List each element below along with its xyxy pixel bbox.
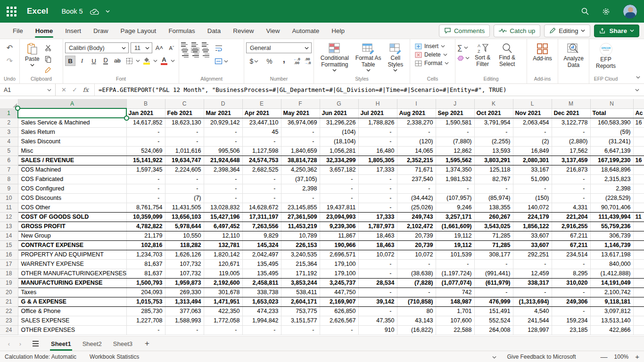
cell-J20[interactable]: 742 [436,288,474,297]
cell-G17[interactable]: 179,100 [320,259,358,269]
comments-button[interactable]: Comments [439,25,490,37]
cell-L23[interactable]: 241,544 [513,316,552,325]
cell-L11[interactable]: 140,072 [513,203,552,212]
row-header-16[interactable]: 16 [0,250,18,259]
cell-E18[interactable]: 135,495 [242,269,281,278]
cell-E17[interactable]: 135,495 [242,259,281,269]
row-header-1[interactable]: 1 [0,108,18,118]
row-header-9[interactable]: 9 [0,184,18,193]
cell-L18[interactable]: 12,459 [513,269,552,278]
cell-I9[interactable]: - [397,184,436,193]
cell-M6[interactable]: 3,137,459 [552,156,590,165]
cell-E12[interactable]: 17,311,197 [242,212,281,222]
cell-E4[interactable]: - [242,137,281,146]
cell-L20[interactable]: - [513,288,552,297]
cell-C6[interactable]: 19,634,747 [165,156,204,165]
cell-D23[interactable]: 1,772,058 [204,316,242,325]
cell-E10[interactable]: - [242,193,281,203]
cell-L2[interactable]: 2,063,454 [513,118,552,127]
cell-F21[interactable]: 2,604,171 [281,297,320,306]
cell-N22[interactable]: 3,097,812 [590,306,633,316]
cell-H5[interactable]: 16,480 [358,146,397,156]
cell-I18[interactable]: (38,638) [397,269,436,278]
column-header-d[interactable]: D [204,99,242,108]
cell-E19[interactable]: 2,458,811 [242,278,281,288]
cell-L6[interactable]: 2,080,301 [513,156,552,165]
cell-K6[interactable]: 3,803,291 [474,156,513,165]
font-name-select[interactable]: Calibri (Body) [65,42,129,53]
cell-B7[interactable]: 1,597,345 [126,165,165,174]
cell-I24[interactable]: (16,822) [397,325,436,335]
cell-M4[interactable]: (2,880) [552,137,590,146]
column-header-g[interactable]: G [320,99,358,108]
cell-B5[interactable]: 524,069 [126,146,165,156]
percent-format-icon[interactable]: % [264,56,275,66]
cell-I23[interactable]: 43,143 [397,316,436,325]
cell-K5[interactable]: 13,593 [474,146,513,156]
cell-A20[interactable]: Taxes [18,288,126,297]
cell-J10[interactable]: (107,957) [436,193,474,203]
copy-icon[interactable] [43,54,54,64]
cell-L4[interactable]: (2) [513,137,552,146]
cell-C15[interactable]: 118,282 [165,240,204,250]
cell-O3[interactable] [633,127,644,137]
cell-M5[interactable]: 17,562 [552,146,590,156]
cell-B3[interactable]: - [126,127,165,137]
cell-J13[interactable]: (1,661,609) [436,222,474,231]
cell-G15[interactable]: 190,966 [320,240,358,250]
cell-K14[interactable]: 71,285 [474,231,513,240]
analyze-data-button[interactable]: Analyze Data [560,41,587,70]
user-avatar[interactable] [623,4,637,19]
cell-K7[interactable]: 125,118 [474,165,513,174]
menu-tab-review[interactable]: Review [227,23,260,39]
cell-M3[interactable]: - [552,127,590,137]
cell-M20[interactable]: - [552,288,590,297]
cell-H22[interactable]: - [358,306,397,316]
cell-C20[interactable]: 269,330 [165,288,204,297]
row-header-3[interactable]: 3 [0,127,18,137]
row-header-12[interactable]: 12 [0,212,18,222]
cell-A8[interactable]: COS Fabricated [18,174,126,184]
cell-E2[interactable]: 23,447,110 [242,118,281,127]
underline-button[interactable]: U [89,56,99,66]
cell-I5[interactable]: 14,065 [397,146,436,156]
cell-O22[interactable] [633,306,644,316]
cell-F5[interactable]: 1,840,659 [281,146,320,156]
prev-sheet-icon[interactable]: ‹ [4,340,14,347]
cell-D3[interactable]: - [204,127,242,137]
cell-J12[interactable]: 3,257,171 [436,212,474,222]
cell-N6[interactable]: 167,199,230 [590,156,633,165]
cell-D19[interactable]: 2,192,600 [204,278,242,288]
cell-D17[interactable]: 120,671 [204,259,242,269]
cell-F19[interactable]: 3,853,244 [281,278,320,288]
cell-N1[interactable]: Total [590,108,633,118]
row-header-8[interactable]: 8 [0,174,18,184]
cell-K23[interactable]: 552,524 [474,316,513,325]
cell-L5[interactable]: 16,849 [513,146,552,156]
cell-G20[interactable]: 447,750 [320,288,358,297]
cancel-entry-icon[interactable]: ✕ [61,86,66,93]
cell-A12[interactable]: COST OF GOODS SOLD [18,212,126,222]
cell-J8[interactable]: 1,981,532 [436,174,474,184]
autosum-button[interactable]: ∑ [457,43,470,51]
confirm-entry-icon[interactable]: ✓ [72,86,77,93]
cell-C3[interactable]: - [165,127,204,137]
cell-N21[interactable]: 9,118,181 [590,297,633,306]
cell-A4[interactable]: Sales Discount [18,137,126,146]
cell-I16[interactable]: 10,072 [397,250,436,259]
cell-G3[interactable]: (104) [320,127,358,137]
cell-A2[interactable]: Sales Service & Machined [18,118,126,127]
cell-N2[interactable]: 160,583,390 [590,118,633,127]
cell-J3[interactable]: - [436,127,474,137]
cell-L13[interactable]: 1,856,122 [513,222,552,231]
feedback-link[interactable]: Give Feedback to Microsoft [507,354,576,360]
cell-O24[interactable] [633,325,644,335]
cell-J24[interactable]: 22,588 [436,325,474,335]
cell-C10[interactable]: (7) [165,193,204,203]
cell-B9[interactable]: - [126,184,165,193]
sheet-tab-sheet1[interactable]: Sheet1 [45,337,77,351]
cell-H11[interactable]: - [358,203,397,212]
cell-L22[interactable]: 4,540 [513,306,552,316]
cell-F4[interactable]: - [281,137,320,146]
cell-G1[interactable]: Jun 2021 [320,108,358,118]
